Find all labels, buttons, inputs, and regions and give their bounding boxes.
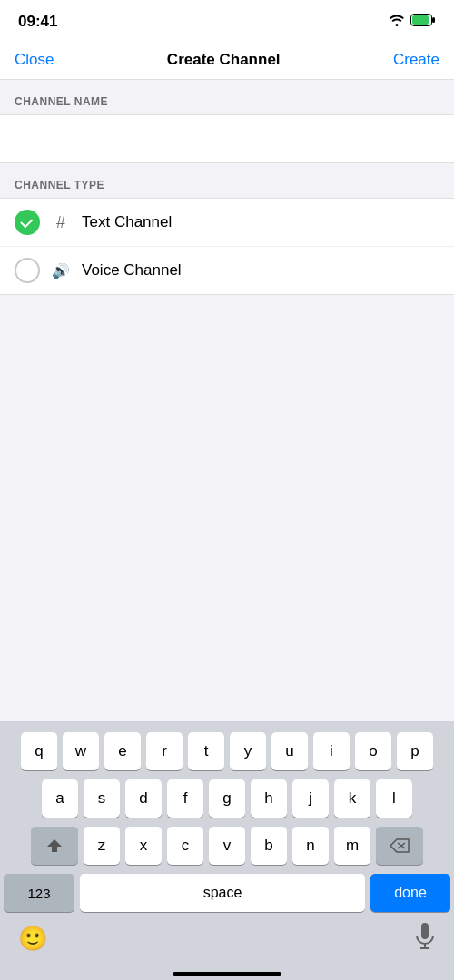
- key-y[interactable]: y: [230, 732, 266, 770]
- keyboard-extras-row: 🙂: [4, 916, 450, 968]
- key-i[interactable]: i: [313, 732, 350, 770]
- emoji-button[interactable]: 🙂: [18, 925, 47, 953]
- channel-type-label: CHANNEL TYPE: [15, 179, 104, 191]
- key-a[interactable]: a: [42, 779, 78, 818]
- status-icons: [389, 14, 436, 30]
- key-done[interactable]: done: [370, 874, 450, 912]
- key-t[interactable]: t: [188, 732, 224, 770]
- keyboard-bottom-row: 123 space done: [4, 874, 450, 912]
- key-x[interactable]: x: [125, 827, 162, 865]
- close-button[interactable]: Close: [15, 51, 54, 69]
- key-r[interactable]: r: [146, 732, 183, 770]
- channel-name-section-header: CHANNEL NAME: [0, 80, 454, 114]
- key-123[interactable]: 123: [4, 874, 74, 912]
- create-button[interactable]: Create: [393, 51, 439, 69]
- key-c[interactable]: c: [167, 827, 203, 865]
- key-q[interactable]: q: [21, 732, 57, 770]
- channel-name-label: CHANNEL NAME: [15, 95, 108, 108]
- text-channel-label: Text Channel: [82, 213, 172, 231]
- empty-space: [0, 295, 454, 476]
- voice-channel-radio[interactable]: [15, 258, 40, 283]
- text-channel-option[interactable]: # Text Channel: [0, 199, 454, 247]
- battery-icon: [410, 14, 436, 30]
- key-b[interactable]: b: [251, 827, 287, 865]
- home-indicator: [173, 972, 281, 976]
- status-time: 09:41: [18, 13, 57, 31]
- svg-rect-5: [421, 923, 429, 939]
- text-channel-icon: #: [51, 213, 71, 232]
- channel-name-input[interactable]: [15, 126, 439, 152]
- keyboard-row-3: z x c v b n m: [4, 827, 450, 865]
- key-s[interactable]: s: [84, 779, 120, 818]
- key-w[interactable]: w: [63, 732, 99, 770]
- nav-bar: Close Create Channel Create: [0, 40, 454, 80]
- keyboard-row-1: q w e r t y u i o p: [4, 732, 450, 770]
- channel-type-section-header: CHANNEL TYPE: [0, 163, 454, 198]
- key-space[interactable]: space: [80, 874, 365, 912]
- voice-channel-option[interactable]: 🔊 Voice Channel: [0, 247, 454, 294]
- key-v[interactable]: v: [209, 827, 245, 865]
- key-z[interactable]: z: [84, 827, 120, 865]
- status-bar: 09:41: [0, 0, 454, 40]
- key-j[interactable]: j: [292, 779, 329, 818]
- channel-type-section: CHANNEL TYPE # Text Channel 🔊 Voice Chan…: [0, 163, 454, 295]
- svg-rect-2: [432, 17, 435, 23]
- page-title: Create Channel: [167, 51, 281, 69]
- channel-name-input-container: [0, 114, 454, 163]
- key-m[interactable]: m: [334, 827, 370, 865]
- mic-button[interactable]: [414, 923, 436, 954]
- wifi-icon: [389, 14, 405, 30]
- svg-rect-1: [412, 15, 429, 24]
- keyboard-row-2: a s d f g h j k l: [4, 779, 450, 818]
- voice-channel-icon: 🔊: [51, 262, 71, 279]
- key-e[interactable]: e: [104, 732, 141, 770]
- key-k[interactable]: k: [334, 779, 370, 818]
- text-channel-radio[interactable]: [15, 210, 40, 235]
- key-delete[interactable]: [376, 827, 423, 865]
- key-o[interactable]: o: [355, 732, 391, 770]
- key-h[interactable]: h: [251, 779, 287, 818]
- key-shift[interactable]: [31, 827, 78, 865]
- key-n[interactable]: n: [292, 827, 329, 865]
- key-u[interactable]: u: [271, 732, 308, 770]
- voice-channel-label: Voice Channel: [82, 261, 182, 279]
- key-d[interactable]: d: [125, 779, 162, 818]
- channel-type-list: # Text Channel 🔊 Voice Channel: [0, 198, 454, 295]
- keyboard: q w e r t y u i o p a s d f g h j k l z …: [0, 721, 454, 980]
- key-l[interactable]: l: [376, 779, 412, 818]
- key-f[interactable]: f: [167, 779, 203, 818]
- key-p[interactable]: p: [397, 732, 433, 770]
- key-g[interactable]: g: [209, 779, 245, 818]
